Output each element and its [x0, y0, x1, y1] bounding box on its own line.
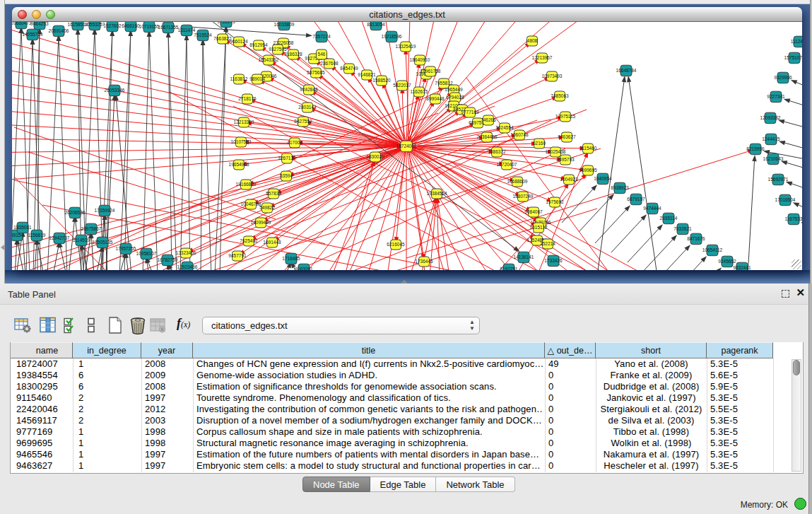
svg-text:8912954: 8912954 [249, 42, 268, 47]
svg-text:9115460: 9115460 [579, 146, 597, 151]
svg-text:20364486: 20364486 [477, 134, 498, 139]
svg-text:9242848: 9242848 [300, 87, 318, 92]
svg-text:5822037: 5822037 [393, 83, 411, 88]
svg-text:1311474: 1311474 [178, 28, 196, 33]
svg-text:12213967: 12213967 [532, 55, 553, 60]
svg-text:16782759: 16782759 [158, 257, 178, 262]
svg-text:3024554: 3024554 [495, 125, 514, 130]
svg-text:1156819: 1156819 [28, 233, 46, 238]
svg-text:17359924: 17359924 [95, 208, 115, 213]
svg-text:12213369: 12213369 [234, 119, 254, 124]
svg-text:8186328: 8186328 [284, 52, 302, 57]
svg-text:16210643: 16210643 [763, 156, 784, 161]
svg-text:1167533: 1167533 [785, 216, 802, 221]
svg-text:1112494: 1112494 [791, 39, 802, 44]
svg-text:19218596: 19218596 [382, 34, 402, 39]
svg-text:1835061: 1835061 [13, 225, 32, 230]
svg-text:18724007: 18724007 [396, 144, 417, 148]
svg-text:9146821: 9146821 [358, 72, 376, 77]
svg-text:12975115: 12975115 [555, 114, 576, 119]
svg-text:9464253: 9464253 [30, 22, 49, 26]
svg-text:7663822: 7663822 [213, 36, 232, 41]
svg-text:7625402: 7625402 [240, 238, 258, 243]
svg-text:10025438: 10025438 [546, 149, 566, 154]
svg-text:12942737: 12942737 [49, 235, 70, 240]
svg-text:1060748: 1060748 [510, 132, 529, 137]
svg-text:16671355: 16671355 [158, 25, 179, 30]
svg-text:62160: 62160 [533, 141, 546, 146]
svg-text:1163812: 1163812 [230, 76, 248, 81]
svg-text:2718176: 2718176 [238, 96, 257, 101]
svg-text:989014: 989014 [249, 76, 265, 81]
svg-text:7632621: 7632621 [673, 226, 692, 231]
svg-text:1588520: 1588520 [372, 78, 391, 83]
svg-text:557833: 557833 [266, 191, 281, 196]
svg-text:23975867: 23975867 [81, 226, 102, 231]
svg-text:1114519: 1114519 [73, 238, 90, 243]
svg-text:2935114: 2935114 [660, 216, 678, 221]
svg-text:10973493: 10973493 [542, 74, 563, 78]
svg-text:16648784: 16648784 [616, 68, 637, 73]
svg-text:2803144: 2803144 [298, 105, 317, 110]
svg-text:9463627: 9463627 [558, 134, 576, 139]
svg-text:6216045: 6216045 [387, 242, 405, 247]
svg-text:4808: 4808 [527, 38, 538, 43]
svg-text:12923466: 12923466 [177, 264, 198, 269]
svg-text:19654908: 19654908 [229, 162, 249, 167]
svg-text:16033809: 16033809 [274, 22, 295, 27]
svg-text:17957255: 17957255 [116, 246, 136, 251]
svg-text:1975692: 1975692 [546, 199, 564, 204]
svg-text:14136141: 14136141 [514, 255, 534, 259]
svg-text:1691448: 1691448 [263, 240, 281, 245]
svg-text:6466160: 6466160 [122, 23, 140, 28]
svg-text:10107553: 10107553 [231, 139, 252, 144]
svg-text:10958107: 10958107 [136, 251, 157, 256]
svg-text:10719155: 10719155 [139, 24, 160, 29]
svg-text:549822: 549822 [259, 205, 275, 210]
svg-text:10688609: 10688609 [507, 179, 528, 184]
svg-text:9327505: 9327505 [269, 47, 287, 52]
svg-text:9245652: 9245652 [718, 259, 736, 264]
svg-text:13323466: 13323466 [176, 250, 196, 255]
svg-text:1736445: 1736445 [415, 259, 433, 264]
svg-text:9227341: 9227341 [767, 94, 785, 99]
svg-text:1640954: 1640954 [594, 176, 612, 181]
svg-text:17016504: 17016504 [775, 197, 796, 202]
svg-text:8990448: 8990448 [426, 96, 445, 101]
svg-text:26206536: 26206536 [65, 210, 86, 215]
svg-text:7485063: 7485063 [551, 93, 569, 98]
svg-text:7515524: 7515524 [194, 33, 212, 37]
svg-text:19166829: 19166829 [236, 182, 257, 187]
svg-text:19384554: 19384554 [427, 191, 447, 196]
svg-text:39154: 39154 [12, 233, 23, 238]
svg-text:1733426: 1733426 [544, 258, 563, 263]
svg-text:15720407: 15720407 [497, 162, 517, 167]
svg-text:9777169: 9777169 [461, 110, 479, 115]
svg-text:5875685: 5875685 [307, 70, 325, 75]
svg-text:9457791: 9457791 [228, 253, 247, 258]
svg-text:10553257: 10553257 [85, 22, 105, 27]
svg-text:1615112: 1615112 [530, 225, 548, 230]
svg-text:12505135: 12505135 [93, 240, 113, 245]
svg-text:3267130: 3267130 [278, 156, 296, 160]
svg-text:1527602: 1527602 [103, 23, 122, 28]
svg-text:1004923: 1004923 [560, 177, 578, 182]
svg-text:9474444: 9474444 [643, 206, 661, 211]
svg-text:20660473: 20660473 [12, 22, 32, 25]
svg-text:252214: 252214 [540, 241, 555, 246]
svg-text:18640910: 18640910 [410, 57, 430, 62]
svg-text:6879197: 6879197 [627, 197, 645, 201]
svg-text:9329966: 9329966 [774, 75, 792, 80]
svg-text:417004: 417004 [287, 140, 302, 145]
svg-text:6794028: 6794028 [446, 95, 464, 100]
svg-text:9755173: 9755173 [217, 22, 235, 24]
svg-text:2367608: 2367608 [320, 61, 339, 66]
svg-text:1716485: 1716485 [282, 256, 300, 261]
svg-text:1965449: 1965449 [445, 87, 463, 92]
svg-text:7357224: 7357224 [312, 34, 331, 39]
svg-text:14055724: 14055724 [23, 32, 43, 37]
svg-text:1244415: 1244415 [762, 136, 780, 141]
svg-text:16543362: 16543362 [259, 57, 279, 62]
svg-text:746266: 746266 [481, 117, 496, 122]
svg-text:53594: 53594 [280, 173, 293, 178]
